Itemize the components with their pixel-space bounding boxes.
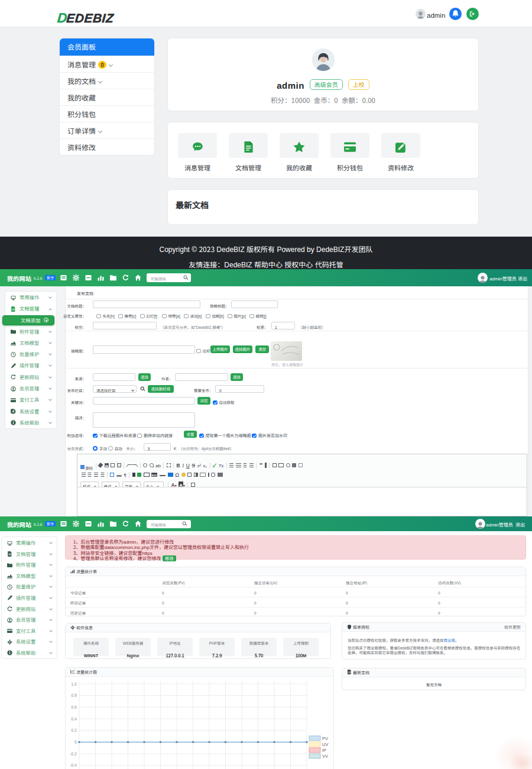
- svg-text:VV: VV: [322, 752, 328, 759]
- svg-text:-0.4: -0.4: [70, 762, 77, 768]
- svg-text:0: 0: [74, 739, 77, 745]
- svg-text:1.0: 1.0: [71, 681, 77, 687]
- svg-text:-0.2: -0.2: [70, 751, 77, 757]
- svg-text:0.6: 0.6: [71, 704, 77, 710]
- svg-text:0.4: 0.4: [71, 716, 77, 722]
- svg-text:0.8: 0.8: [71, 692, 77, 698]
- svg-text:0.2: 0.2: [71, 727, 77, 733]
